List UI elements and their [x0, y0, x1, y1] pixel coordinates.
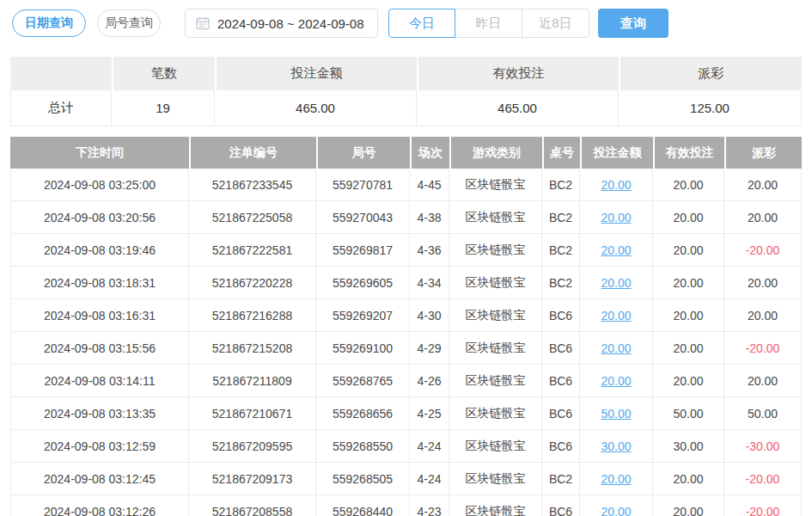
bet-amount-link[interactable]: 20.00: [601, 472, 631, 486]
yesterday-button[interactable]: 昨日: [455, 9, 522, 38]
bet-time-cell: 2024-09-08 03:19:46: [10, 234, 189, 267]
bet-time-cell: 2024-09-08 03:18:31: [10, 267, 189, 299]
game-type-cell: 区块链骰宝: [449, 332, 542, 365]
session-cell: 4-23: [410, 495, 449, 516]
payout-cell: -20.00: [724, 332, 802, 365]
valid-bet-cell: 30.00: [653, 430, 724, 463]
toolbar: 日期查询 局号查询 2024-09-08 ~ 2024-09-08 今日 昨日 …: [0, 0, 812, 46]
col-header-game-type: 游戏类别: [449, 137, 542, 169]
col-header-bet-time: 下注时间: [10, 137, 189, 169]
summary-table: 笔数 投注金额 有效投注 派彩 总计 19 465.00 465.00 125.…: [10, 57, 802, 126]
bet-amount-cell: 50.00: [580, 397, 653, 430]
bet-amount-cell: 20.00: [580, 365, 653, 397]
bet-amount-link[interactable]: 20.00: [601, 309, 631, 322]
payout-cell: 20.00: [724, 201, 802, 234]
col-header-table-no: 桌号: [542, 137, 580, 169]
bet-id-cell: 521867216288: [189, 299, 316, 332]
col-header-round-id: 局号: [316, 137, 410, 169]
session-cell: 4-29: [410, 332, 449, 365]
bet-amount-link[interactable]: 50.00: [601, 407, 631, 421]
table-no-cell: BC6: [542, 332, 580, 365]
bet-id-cell: 521867208558: [189, 495, 316, 516]
table-no-cell: BC2: [542, 201, 580, 234]
valid-bet-cell: 20.00: [653, 495, 724, 516]
table-row: 2024-09-08 03:12:59 521867209595 5592685…: [10, 430, 802, 463]
bet-amount-cell: 20.00: [580, 299, 653, 332]
game-type-cell: 区块链骰宝: [449, 430, 542, 463]
table-row: 2024-09-08 03:15:56 521867215208 5592691…: [10, 332, 802, 365]
round-id-cell: 559268656: [316, 397, 410, 430]
round-id-cell: 559268765: [316, 365, 410, 397]
col-header-bet-amount: 投注金额: [580, 137, 653, 169]
bet-amount-link[interactable]: 30.00: [601, 439, 631, 453]
bet-amount-cell: 20.00: [580, 234, 653, 267]
summary-bet-amount-value: 465.00: [215, 90, 417, 126]
bet-amount-link[interactable]: 20.00: [601, 505, 631, 516]
valid-bet-cell: 20.00: [653, 299, 724, 332]
payout-cell: -20.00: [724, 234, 802, 267]
session-cell: 4-24: [410, 430, 449, 463]
bet-amount-link[interactable]: 20.00: [601, 211, 631, 224]
payout-cell: 20.00: [724, 299, 802, 332]
round-query-tab[interactable]: 局号查询: [97, 9, 161, 37]
date-query-tab[interactable]: 日期查询: [12, 9, 86, 37]
valid-bet-cell: 20.00: [653, 234, 724, 267]
payout-cell: -20.00: [724, 463, 802, 495]
valid-bet-cell: 20.00: [653, 332, 724, 365]
last-8-days-button[interactable]: 近8日: [522, 9, 589, 38]
today-button[interactable]: 今日: [388, 9, 455, 38]
table-no-cell: BC6: [542, 397, 580, 430]
game-type-cell: 区块链骰宝: [449, 365, 542, 397]
summary-header-count: 笔数: [112, 57, 215, 90]
bet-id-cell: 521867210671: [189, 397, 316, 430]
valid-bet-cell: 20.00: [653, 365, 724, 397]
summary-header-valid-bet: 有效投注: [417, 57, 619, 90]
table-no-cell: BC6: [542, 430, 580, 463]
round-id-cell: 559270043: [316, 201, 410, 234]
payout-cell: -20.00: [724, 495, 802, 516]
round-id-cell: 559269817: [316, 234, 410, 267]
bet-time-cell: 2024-09-08 03:14:11: [10, 365, 189, 397]
bet-time-cell: 2024-09-08 03:13:35: [10, 397, 189, 430]
summary-valid-bet-value: 465.00: [417, 90, 619, 126]
table-no-cell: BC6: [542, 299, 580, 332]
calendar-icon: [196, 16, 210, 30]
summary-header-payout: 派彩: [619, 57, 802, 90]
bet-time-cell: 2024-09-08 03:20:56: [10, 201, 189, 234]
table-no-cell: BC6: [542, 365, 580, 397]
payout-cell: 20.00: [724, 169, 802, 201]
game-type-cell: 区块链骰宝: [449, 495, 542, 516]
bet-amount-link[interactable]: 20.00: [601, 374, 631, 388]
bet-id-cell: 521867215208: [189, 332, 316, 365]
table-row: 2024-09-08 03:18:31 521867220228 5592696…: [10, 267, 802, 299]
summary-header-empty: [10, 57, 112, 90]
bet-amount-link[interactable]: 20.00: [601, 341, 631, 355]
game-type-cell: 区块链骰宝: [449, 299, 542, 332]
valid-bet-cell: 20.00: [653, 267, 724, 299]
round-id-cell: 559268440: [316, 495, 410, 516]
bet-amount-cell: 20.00: [580, 495, 653, 516]
valid-bet-cell: 50.00: [653, 397, 724, 430]
session-cell: 4-30: [410, 299, 449, 332]
bet-id-cell: 521867225058: [189, 201, 316, 234]
bet-time-cell: 2024-09-08 03:12:26: [10, 495, 189, 516]
payout-cell: 50.00: [724, 397, 802, 430]
bet-amount-link[interactable]: 20.00: [601, 276, 631, 290]
bet-records-table: 下注时间 注单编号 局号 场次 游戏类别 桌号 投注金额 有效投注 派彩 202…: [10, 137, 802, 516]
game-type-cell: 区块链骰宝: [449, 234, 542, 267]
table-row: 2024-09-08 03:19:46 521867222581 5592698…: [10, 234, 802, 267]
date-range-value: 2024-09-08 ~ 2024-09-08: [217, 16, 364, 31]
bet-amount-cell: 20.00: [580, 332, 653, 365]
round-id-cell: 559268550: [316, 430, 410, 463]
bet-time-cell: 2024-09-08 03:15:56: [10, 332, 189, 365]
table-row: 2024-09-08 03:16:31 521867216288 5592692…: [10, 299, 802, 332]
bet-amount-link[interactable]: 20.00: [601, 178, 631, 192]
bet-amount-link[interactable]: 20.00: [601, 243, 631, 257]
bet-id-cell: 521867209595: [189, 430, 316, 463]
table-no-cell: BC2: [542, 169, 580, 201]
summary-total-label: 总计: [10, 90, 112, 126]
game-type-cell: 区块链骰宝: [449, 201, 542, 234]
table-row: 2024-09-08 03:25:00 521867233545 5592707…: [10, 169, 802, 201]
date-range-input[interactable]: 2024-09-08 ~ 2024-09-08: [185, 9, 378, 38]
search-button[interactable]: 查询: [598, 9, 669, 38]
